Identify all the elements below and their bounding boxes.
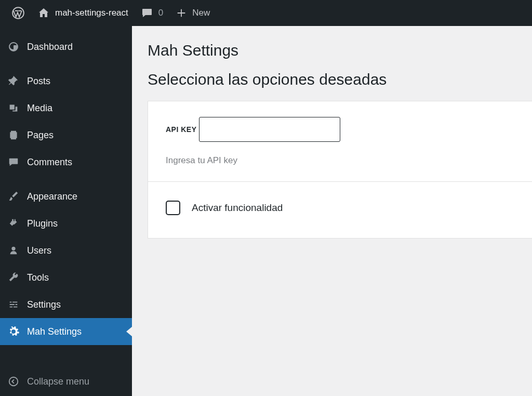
sidebar-item-settings[interactable]: Settings bbox=[0, 291, 132, 318]
page-subtitle: Selecciona las opciones deseadas bbox=[148, 71, 532, 88]
page-content: Mah Settings Selecciona las opciones des… bbox=[132, 26, 532, 396]
gear-icon bbox=[7, 325, 20, 338]
sidebar-item-users[interactable]: Users bbox=[0, 237, 132, 264]
sidebar-item-media[interactable]: Media bbox=[0, 95, 132, 122]
sidebar-item-label: Posts bbox=[27, 76, 50, 87]
media-icon bbox=[7, 102, 20, 114]
admin-bar: mah-settings-react 0 New bbox=[0, 0, 532, 26]
svg-point-1 bbox=[9, 377, 18, 386]
toggle-row: Activar funcionalidad bbox=[148, 182, 532, 238]
wp-logo-link[interactable] bbox=[5, 0, 31, 26]
brush-icon bbox=[7, 190, 20, 203]
sidebar-item-mah-settings[interactable]: Mah Settings bbox=[0, 318, 132, 345]
sidebar-item-appearance[interactable]: Appearance bbox=[0, 183, 132, 210]
api-key-help: Ingresa tu API key bbox=[166, 155, 514, 166]
sidebar-item-label: Appearance bbox=[27, 191, 77, 202]
sidebar-item-label: Media bbox=[27, 103, 52, 114]
comment-bubble-icon bbox=[141, 7, 153, 19]
api-key-input[interactable] bbox=[199, 117, 340, 142]
sidebar-item-posts[interactable]: Posts bbox=[0, 68, 132, 95]
api-key-label: API KEY bbox=[166, 125, 197, 134]
pages-icon bbox=[7, 129, 20, 141]
sidebar-item-label: Pages bbox=[27, 130, 54, 141]
toggle-label: Activar funcionalidad bbox=[192, 202, 283, 214]
sidebar-item-label: Mah Settings bbox=[27, 326, 82, 337]
sidebar-item-pages[interactable]: Pages bbox=[0, 122, 132, 149]
collapse-label: Collapse menu bbox=[27, 376, 89, 387]
sidebar-item-plugins[interactable]: Plugins bbox=[0, 210, 132, 237]
page-title: Mah Settings bbox=[148, 42, 532, 59]
pin-icon bbox=[7, 75, 20, 87]
wrench-icon bbox=[7, 271, 20, 284]
sidebar-item-label: Comments bbox=[27, 157, 72, 168]
sidebar-item-label: Plugins bbox=[27, 218, 58, 229]
wordpress-icon bbox=[11, 6, 25, 20]
plus-icon bbox=[176, 7, 187, 19]
sidebar-item-label: Dashboard bbox=[27, 42, 73, 52]
api-key-row: API KEY Ingresa tu API key bbox=[148, 101, 532, 182]
site-home-link[interactable]: mah-settings-react bbox=[31, 0, 135, 26]
plug-icon bbox=[7, 217, 20, 230]
dashboard-icon bbox=[7, 41, 20, 53]
sidebar-item-comments[interactable]: Comments bbox=[0, 149, 132, 176]
site-name: mah-settings-react bbox=[55, 8, 128, 18]
collapse-menu-button[interactable]: Collapse menu bbox=[0, 367, 132, 396]
home-icon bbox=[37, 7, 50, 19]
admin-sidebar: Dashboard Posts Media Pages Commen bbox=[0, 26, 132, 396]
sidebar-item-label: Tools bbox=[27, 272, 49, 283]
comments-icon bbox=[7, 156, 20, 168]
sliders-icon bbox=[7, 298, 20, 311]
comments-count: 0 bbox=[158, 8, 163, 18]
settings-panel: API KEY Ingresa tu API key Activar funci… bbox=[148, 101, 532, 239]
toggle-checkbox[interactable] bbox=[166, 201, 180, 215]
sidebar-item-dashboard[interactable]: Dashboard bbox=[0, 33, 132, 60]
new-content-link[interactable]: New bbox=[169, 0, 216, 26]
collapse-icon bbox=[7, 375, 20, 388]
new-label: New bbox=[192, 8, 210, 18]
comments-link[interactable]: 0 bbox=[135, 0, 169, 26]
user-icon bbox=[7, 244, 20, 257]
sidebar-item-label: Users bbox=[27, 245, 51, 256]
sidebar-item-label: Settings bbox=[27, 299, 61, 310]
sidebar-item-tools[interactable]: Tools bbox=[0, 264, 132, 291]
